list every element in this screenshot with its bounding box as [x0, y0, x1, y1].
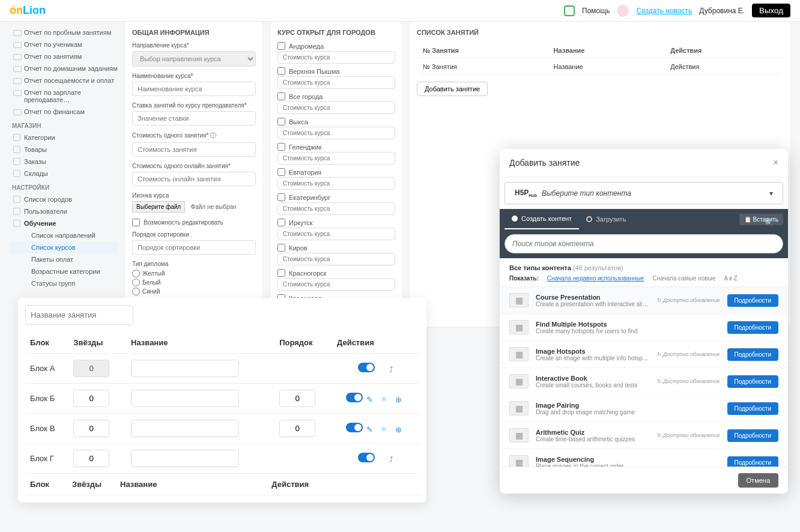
sort-az[interactable]: A к Z [724, 275, 737, 282]
diploma-option[interactable]: Белый [132, 279, 256, 286]
toggle[interactable] [358, 363, 375, 372]
details-button[interactable]: Подробности [727, 456, 778, 467]
city-cost-input[interactable] [277, 152, 395, 165]
city-checkbox[interactable] [277, 219, 285, 226]
sidebar-item[interactable]: Отчет по финансам [10, 106, 118, 118]
city-checkbox[interactable] [277, 67, 285, 75]
add-lesson-button[interactable]: Добавить занятие [417, 82, 488, 96]
help-link[interactable]: Помощь [582, 7, 610, 15]
eye-icon[interactable]: 👁 [380, 425, 388, 434]
editable-checkbox[interactable] [132, 219, 140, 226]
megaphone-icon[interactable] [617, 5, 629, 17]
cancel-button[interactable]: Отмена [738, 473, 778, 488]
details-button[interactable]: Подробности [727, 429, 778, 442]
toggle[interactable] [358, 453, 375, 462]
city-cost-input[interactable] [277, 253, 395, 265]
sidebar-item[interactable]: Отчет по зарплате преподавате… [10, 86, 118, 106]
content-type-item[interactable]: ▦Course PresentationCreate a presentatio… [500, 287, 788, 314]
diploma-option[interactable]: Синий [132, 288, 256, 295]
city-cost-input[interactable] [277, 76, 395, 89]
order-input[interactable] [279, 420, 315, 437]
city-cost-input[interactable] [277, 228, 395, 240]
paste-button[interactable]: 📋 Вставить [739, 214, 783, 225]
sidebar-item[interactable]: Отчет по ученикам [10, 38, 118, 50]
city-checkbox[interactable] [277, 269, 285, 277]
block-name-input[interactable] [131, 390, 239, 407]
sidebar-item[interactable]: Список городов [10, 193, 118, 205]
sidebar-item[interactable]: Пользователи [10, 205, 118, 217]
city-row[interactable]: Иркутск [277, 219, 395, 226]
details-button[interactable]: Подробности [727, 294, 778, 307]
details-button[interactable]: Подробности [727, 348, 778, 361]
sort-recent[interactable]: Сначала недавно использованные [547, 275, 644, 282]
block-name-input[interactable] [131, 420, 239, 437]
sidebar-item[interactable]: Категории [10, 131, 118, 144]
city-cost-input[interactable] [277, 127, 395, 139]
city-checkbox[interactable] [277, 193, 285, 201]
city-row[interactable]: Киров [277, 244, 395, 252]
modal-close-button[interactable]: × [773, 157, 778, 168]
sidebar-item[interactable]: Отчет по пробным занятиям [10, 26, 118, 38]
toggle[interactable] [346, 423, 363, 432]
block-name-input[interactable] [131, 360, 239, 377]
city-row[interactable]: Евпатория [277, 168, 395, 176]
city-cost-input[interactable] [277, 278, 395, 291]
rate-input[interactable] [132, 111, 256, 125]
sidebar-item[interactable]: Заказы [10, 156, 118, 168]
sidebar-sub-item[interactable]: Пакеты оплат [10, 253, 118, 265]
upload-icon[interactable]: ⤴ [387, 455, 393, 464]
cost-input[interactable] [132, 142, 256, 157]
city-cost-input[interactable] [277, 177, 395, 190]
tab-create[interactable]: Создать контент [505, 209, 579, 229]
sidebar-sub-item[interactable]: Список направлений [10, 229, 118, 241]
plus-icon[interactable]: ⊕ [395, 395, 402, 404]
sidebar-item[interactable]: Отчет по занятиям [10, 50, 118, 62]
details-button[interactable]: Подробности [727, 402, 778, 415]
stars-input[interactable] [73, 420, 109, 437]
sidebar-item[interactable]: Склады [10, 168, 118, 180]
online-cost-input[interactable] [132, 172, 256, 186]
block-name-input[interactable] [131, 450, 239, 467]
sidebar-sub-item[interactable]: Возрастные категории [10, 265, 118, 277]
city-row[interactable]: Андромеда [277, 42, 395, 50]
details-button[interactable]: Подробности [727, 321, 778, 334]
sidebar-item[interactable]: Отчет по домашним заданиям [10, 62, 118, 74]
direction-select[interactable]: Выбор направления курса [132, 51, 256, 67]
plus-icon[interactable]: ⊕ [395, 425, 402, 434]
course-name-input[interactable] [132, 82, 256, 96]
diploma-option[interactable]: Желтый [132, 270, 256, 277]
sidebar-sub-item[interactable]: Список курсов [10, 241, 118, 253]
content-search-input[interactable] [505, 234, 783, 253]
content-type-item[interactable]: ▦Find Multiple HotspotsCreate many hotsp… [500, 314, 788, 341]
stars-input[interactable] [73, 390, 109, 407]
city-row[interactable]: Геленджик [277, 143, 395, 151]
edit-icon[interactable]: ✎ [366, 395, 373, 404]
sidebar-item[interactable]: Товары [10, 144, 118, 156]
logout-button[interactable]: Выход [752, 4, 790, 17]
sidebar-item[interactable]: Обучение [10, 217, 118, 229]
help-icon[interactable] [564, 5, 575, 16]
city-checkbox[interactable] [277, 42, 285, 50]
city-checkbox[interactable] [277, 244, 285, 252]
stars-input[interactable] [73, 450, 109, 467]
toggle[interactable] [346, 393, 363, 402]
city-checkbox[interactable] [277, 118, 285, 125]
sidebar-item[interactable]: Отчет посещаемости и оплат [10, 74, 118, 86]
city-row[interactable]: Екатеринбург [277, 193, 395, 201]
city-cost-input[interactable] [277, 202, 395, 215]
city-row[interactable]: Красногорск [277, 269, 395, 277]
content-type-item[interactable]: ▦Arithmetic QuizCreate time-based arithm… [500, 422, 788, 449]
sort-new[interactable]: Сначала самые новые [652, 275, 715, 282]
eye-icon[interactable]: 👁 [380, 395, 388, 404]
lesson-name-input[interactable] [25, 305, 133, 325]
city-checkbox[interactable] [277, 168, 285, 176]
content-type-item[interactable]: ▦Image HotspotsCreate an image with mult… [500, 341, 788, 368]
content-type-item[interactable]: ▦Image SequencingPlace images in the cor… [500, 449, 788, 467]
upload-icon[interactable]: ⤴ [387, 365, 393, 374]
h5p-type-select[interactable]: H5PHub Выберите тип контента ▾ [505, 182, 783, 204]
tab-upload[interactable]: Загрузить [579, 210, 633, 229]
create-news-link[interactable]: Создать новость [636, 7, 692, 15]
city-row[interactable]: Выкса [277, 118, 395, 125]
city-checkbox[interactable] [277, 92, 285, 100]
details-button[interactable]: Подробности [727, 375, 778, 388]
